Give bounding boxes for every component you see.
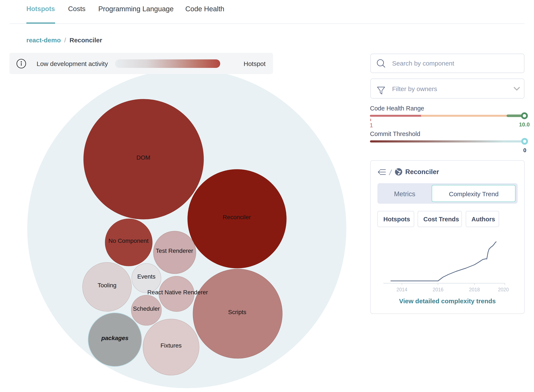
svg-text:2018: 2018	[469, 287, 480, 292]
svg-text:1: 1	[370, 122, 373, 129]
svg-text:No Component: No Component	[108, 238, 149, 244]
svg-text:0: 0	[523, 147, 526, 154]
svg-text:2016: 2016	[432, 287, 443, 292]
svg-text:Events: Events	[137, 273, 156, 280]
svg-text:Tooling: Tooling	[98, 282, 116, 289]
svg-text:Scripts: Scripts	[228, 309, 246, 315]
svg-text:DOM: DOM	[136, 154, 150, 161]
svg-text:Reconciler: Reconciler	[223, 214, 251, 220]
svg-text:2020: 2020	[498, 287, 509, 292]
svg-text:Scheduler: Scheduler	[133, 305, 160, 312]
svg-text:Test Renderer: Test Renderer	[156, 247, 193, 254]
svg-text:Fixtures: Fixtures	[160, 342, 182, 349]
svg-text:packages: packages	[101, 335, 129, 341]
svg-text:2014: 2014	[396, 287, 407, 292]
svg-text:10.0: 10.0	[519, 121, 530, 128]
svg-text:React Native Renderer: React Native Renderer	[147, 289, 208, 296]
